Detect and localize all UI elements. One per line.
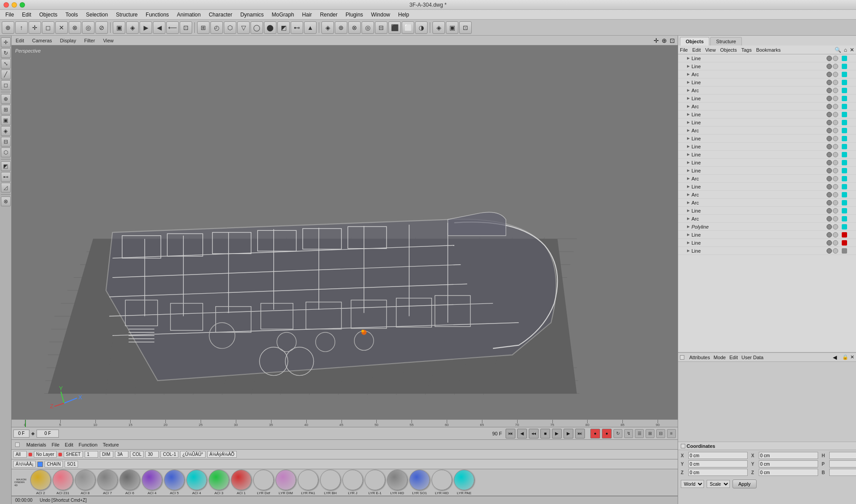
obj-sub-edit[interactable]: Edit (692, 47, 701, 53)
obj-sub-view[interactable]: View (705, 47, 716, 53)
toolbar-btn-20[interactable]: ◯ (251, 21, 263, 34)
toolbar-btn-26[interactable]: ◈ (321, 21, 334, 34)
mat-ball-12[interactable] (298, 470, 318, 490)
obj-dot-white-2[interactable] (833, 72, 838, 77)
attr-lock-icon[interactable]: 🔒 (842, 354, 848, 360)
object-row-20[interactable]: ▶ Arc (678, 215, 856, 223)
menu-item-window[interactable]: Window (367, 11, 394, 19)
obj-color-dot-24[interactable] (842, 248, 847, 254)
mat-ball-2[interactable] (75, 470, 95, 490)
object-row-11[interactable]: ▶ Line (678, 143, 856, 151)
vp-view-btn[interactable]: View (102, 37, 115, 44)
close-panel-icon[interactable]: ✕ (850, 47, 854, 53)
object-row-7[interactable]: ▶ Line (678, 111, 856, 119)
minimize-button[interactable] (12, 2, 17, 8)
layer-num1[interactable]: 1 (85, 451, 98, 458)
transport-record2[interactable]: ● (602, 429, 612, 438)
toolbar-btn-12[interactable]: ◀ (153, 21, 165, 34)
obj-sub-file[interactable]: File (680, 47, 688, 53)
transport-motion[interactable]: ↯ (624, 429, 633, 438)
object-row-3[interactable]: ▶ Line (678, 78, 856, 86)
layer-no-layer[interactable]: No Layer (34, 451, 57, 458)
obj-dot-gray-15[interactable] (827, 176, 832, 181)
coord-sz-input[interactable] (759, 469, 818, 476)
toolbar-btn-22[interactable]: ◩ (277, 21, 290, 34)
toolbar-btn-24[interactable]: ▲ (304, 21, 317, 34)
obj-dot-white-23[interactable] (833, 240, 838, 246)
frame-display[interactable] (37, 430, 59, 438)
toolbar-btn-10[interactable]: ◈ (126, 21, 139, 34)
coords-world-select[interactable]: World (681, 480, 704, 488)
obj-dot-gray-11[interactable] (827, 144, 832, 149)
obj-dot-white-10[interactable] (833, 136, 838, 141)
frame-current[interactable]: 0 F (13, 430, 29, 438)
object-row-16[interactable]: ▶ Line (678, 183, 856, 191)
search-icon[interactable]: 🔍 (835, 47, 841, 53)
object-row-22[interactable]: ▶ Line (678, 231, 856, 239)
toolbar-btn-6[interactable]: ◎ (82, 21, 95, 34)
obj-dot-white-18[interactable] (833, 200, 838, 205)
obj-color-dot-22[interactable] (842, 232, 847, 238)
obj-dot-white-8[interactable] (833, 120, 838, 125)
menu-item-file[interactable]: File (2, 11, 17, 19)
layer-col1[interactable]: COL-1 (160, 451, 178, 458)
attr-userdata-tab[interactable]: User Data (741, 355, 764, 360)
tool-8[interactable]: ⬡ (1, 148, 11, 157)
toolbar-btn-19[interactable]: ▽ (237, 21, 250, 34)
menu-item-structure[interactable]: Structure (112, 11, 141, 19)
menu-item-edit[interactable]: Edit (18, 11, 35, 19)
coord-z-input[interactable] (688, 469, 748, 476)
toolbar-btn-33[interactable]: ◑ (415, 21, 428, 34)
obj-color-dot-4[interactable] (842, 88, 847, 93)
objects-list[interactable]: ▶ Line ▶ Line ▶ Arc ▶ Line ▶ Arc (678, 54, 856, 352)
obj-dot-white-20[interactable] (833, 216, 838, 221)
close-button[interactable] (4, 2, 9, 8)
obj-color-dot-13[interactable] (842, 160, 847, 165)
attr-mode-tab[interactable]: Mode (713, 355, 726, 360)
mat-ball-19[interactable] (454, 470, 474, 490)
attr-edit-tab[interactable]: Edit (729, 355, 738, 360)
obj-color-dot-2[interactable] (842, 72, 847, 77)
obj-color-dot-12[interactable] (842, 152, 847, 157)
menu-item-hair[interactable]: Hair (299, 11, 316, 19)
layer-all[interactable]: All (13, 451, 27, 458)
mat-ball-6[interactable] (164, 470, 185, 490)
layer-sheet[interactable]: SHEET (64, 451, 83, 458)
tool-10[interactable]: ⊷ (1, 172, 11, 182)
object-row-9[interactable]: ▶ Arc (678, 127, 856, 135)
layer-dim[interactable]: DIM (100, 451, 113, 458)
obj-dot-gray-2[interactable] (827, 72, 832, 77)
toolbar-btn-2[interactable]: ✛ (29, 21, 41, 34)
toolbar-btn-29[interactable]: ◎ (362, 21, 374, 34)
coord-sx-input[interactable] (759, 452, 818, 459)
attr-checkbox[interactable] (680, 355, 684, 360)
obj-color-dot-23[interactable] (842, 240, 847, 246)
layer-chain-label[interactable]: CHAIN (45, 461, 63, 467)
menu-item-character[interactable]: Character (205, 11, 236, 19)
obj-dot-white-24[interactable] (833, 248, 838, 254)
toolbar-btn-5[interactable]: ⊗ (69, 21, 81, 34)
obj-dot-gray-8[interactable] (827, 120, 832, 125)
transport-prev-frame[interactable]: ◀ (517, 429, 527, 438)
coord-y-input[interactable] (688, 460, 748, 467)
coords-scale-select[interactable]: Scale (707, 480, 730, 488)
layer-extra2[interactable]: Á¼ÀýÁ¼ÀÕ (207, 451, 237, 458)
obj-dot-gray-16[interactable] (827, 184, 832, 189)
toolbar-btn-13[interactable]: ⟵ (166, 21, 179, 34)
tool-4[interactable]: ⊞ (1, 105, 11, 115)
toolbar-btn-16[interactable]: ⊞ (197, 21, 210, 34)
obj-dot-gray-13[interactable] (827, 160, 832, 165)
transport-go-start[interactable]: ⏮ (506, 429, 515, 438)
tool-6[interactable]: ◈ (1, 126, 11, 136)
mat-ball-1[interactable] (53, 470, 73, 490)
obj-dot-gray-21[interactable] (827, 224, 832, 229)
object-row-24[interactable]: ▶ Line (678, 247, 856, 255)
menu-item-animation[interactable]: Animation (173, 11, 204, 19)
obj-color-dot-14[interactable] (842, 168, 847, 173)
tool-move[interactable]: ✛ (1, 37, 11, 47)
obj-dot-white-16[interactable] (833, 184, 838, 189)
obj-color-dot-18[interactable] (842, 200, 847, 205)
obj-color-dot-1[interactable] (842, 64, 847, 69)
coord-b-input[interactable] (829, 469, 856, 476)
transport-options2[interactable]: ⊞ (646, 429, 654, 438)
